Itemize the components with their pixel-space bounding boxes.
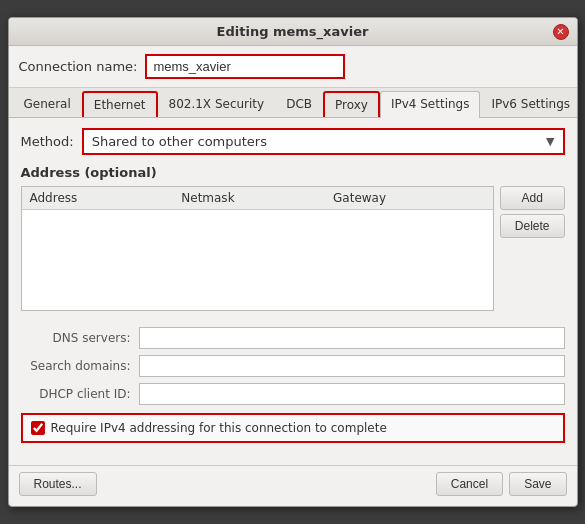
dhcp-client-id-input[interactable] xyxy=(139,383,565,405)
address-section: Address Netmask Gateway Add Delete xyxy=(21,186,565,319)
content-area: Method: Shared to other computers ▼ Addr… xyxy=(9,118,577,461)
column-address: Address xyxy=(30,191,182,205)
column-gateway: Gateway xyxy=(333,191,485,205)
close-button[interactable]: ✕ xyxy=(553,24,569,40)
tabs-bar: GeneralEthernet802.1X SecurityDCBProxyIP… xyxy=(9,88,577,118)
tab-ethernet[interactable]: Ethernet xyxy=(82,91,158,117)
save-button[interactable]: Save xyxy=(509,472,566,496)
tab-proxy[interactable]: Proxy xyxy=(323,91,380,117)
column-netmask: Netmask xyxy=(181,191,333,205)
address-table-wrap: Address Netmask Gateway xyxy=(21,186,494,319)
method-select[interactable]: Shared to other computers ▼ xyxy=(82,128,565,155)
method-label: Method: xyxy=(21,134,74,149)
method-select-value: Shared to other computers xyxy=(92,134,267,149)
dhcp-client-id-row: DHCP client ID: xyxy=(21,383,565,405)
add-button[interactable]: Add xyxy=(500,186,565,210)
dns-servers-label: DNS servers: xyxy=(21,331,131,345)
method-row: Method: Shared to other computers ▼ xyxy=(21,128,565,155)
tab-dcb[interactable]: DCB xyxy=(275,91,323,117)
tab-ipv4-settings[interactable]: IPv4 Settings xyxy=(380,91,481,118)
bottom-bar: Routes... Cancel Save xyxy=(9,465,577,506)
connection-name-row: Connection name: xyxy=(9,46,577,88)
dns-servers-row: DNS servers: xyxy=(21,327,565,349)
bottom-right-buttons: Cancel Save xyxy=(436,472,567,496)
require-ipv4-checkbox[interactable] xyxy=(31,421,45,435)
dialog: Editing mems_xavier ✕ Connection name: G… xyxy=(8,17,578,507)
dns-servers-input[interactable] xyxy=(139,327,565,349)
require-ipv4-row: Require IPv4 addressing for this connect… xyxy=(21,413,565,443)
connection-name-label: Connection name: xyxy=(19,59,138,74)
connection-name-input[interactable] xyxy=(145,54,345,79)
dialog-title: Editing mems_xavier xyxy=(217,24,369,39)
tab-ipv6-settings[interactable]: IPv6 Settings xyxy=(480,91,577,117)
chevron-down-icon: ▼ xyxy=(546,135,554,148)
search-domains-label: Search domains: xyxy=(21,359,131,373)
address-table-body[interactable] xyxy=(22,210,493,310)
address-buttons: Add Delete xyxy=(500,186,565,238)
tab-general[interactable]: General xyxy=(13,91,82,117)
search-domains-input[interactable] xyxy=(139,355,565,377)
delete-button[interactable]: Delete xyxy=(500,214,565,238)
address-table: Address Netmask Gateway xyxy=(21,186,494,311)
tab-802-1x-security[interactable]: 802.1X Security xyxy=(158,91,276,117)
address-section-title: Address (optional) xyxy=(21,165,565,180)
titlebar: Editing mems_xavier ✕ xyxy=(9,18,577,46)
routes-button[interactable]: Routes... xyxy=(19,472,97,496)
search-domains-row: Search domains: xyxy=(21,355,565,377)
require-ipv4-label: Require IPv4 addressing for this connect… xyxy=(51,421,387,435)
cancel-button[interactable]: Cancel xyxy=(436,472,503,496)
address-table-header: Address Netmask Gateway xyxy=(22,187,493,210)
dhcp-client-id-label: DHCP client ID: xyxy=(21,387,131,401)
close-icon: ✕ xyxy=(556,27,564,37)
